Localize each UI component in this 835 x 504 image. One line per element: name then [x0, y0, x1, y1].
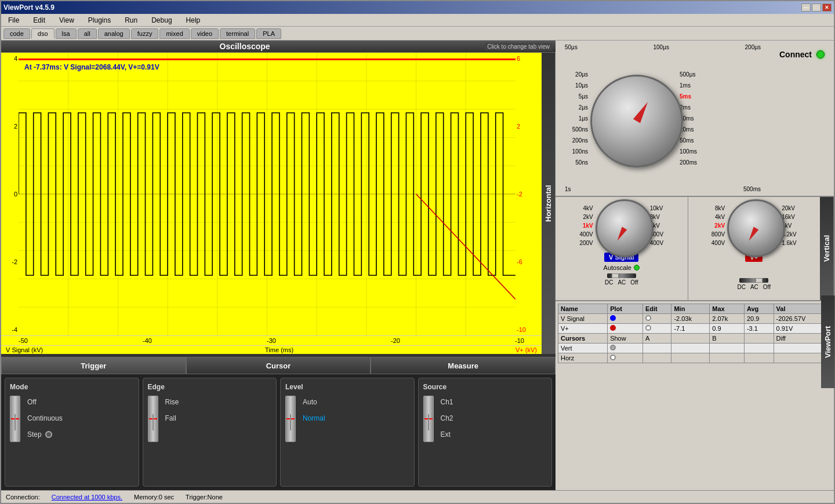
- y-right-6: 6: [517, 55, 540, 62]
- minimize-button[interactable]: —: [801, 3, 811, 12]
- cursors-label: Cursors: [558, 334, 608, 344]
- time-dial-section: 50µs 100µs 200µs 20µs 10µs 5µs 2µs 1µs 5…: [556, 41, 770, 196]
- mode-knob-col: [10, 396, 20, 442]
- menu-file[interactable]: File: [3, 15, 24, 25]
- time-dial-arrow: [633, 100, 651, 123]
- connection-value[interactable]: Connected at 1000 kbps.: [52, 494, 122, 501]
- tab-all[interactable]: all: [78, 28, 97, 39]
- scope-y-right-label: V+ (kV): [515, 346, 537, 353]
- ch2-dial[interactable]: [727, 199, 785, 257]
- mode-off[interactable]: Off: [27, 398, 63, 406]
- row2-min: -7.1: [671, 324, 710, 334]
- row2-edit-dot[interactable]: [645, 325, 651, 331]
- tab-video[interactable]: video: [191, 28, 219, 39]
- edge-rise[interactable]: Rise: [165, 398, 179, 406]
- time-50us: 50µs: [565, 44, 578, 50]
- scope-plot-wrapper: 4 2 0 -2 -4 At -7.37ms:: [1, 53, 542, 354]
- tab-terminal[interactable]: terminal: [220, 28, 255, 39]
- ch2-coupling-bar[interactable]: [739, 278, 768, 283]
- side-label-vertical[interactable]: Vertical: [820, 197, 834, 300]
- tab-mixed[interactable]: mixed: [159, 28, 189, 39]
- tab-code[interactable]: code: [3, 28, 30, 39]
- menu-help[interactable]: Help: [181, 15, 205, 25]
- autoscale-label: Autoscale: [604, 264, 631, 271]
- menu-view[interactable]: View: [55, 15, 79, 25]
- time-200us: 200µs: [745, 44, 761, 50]
- main-content: Oscilloscope Click to change tab view 4 …: [1, 41, 834, 490]
- ch1-dc[interactable]: DC: [605, 279, 613, 286]
- tab-pla[interactable]: PLA: [256, 28, 281, 39]
- time-labels-right: 500µs 1ms 5ms 2ms 10ms 20ms 50ms 100ms 2…: [680, 71, 709, 166]
- source-ext[interactable]: Ext: [441, 430, 453, 439]
- scope-tab-hint[interactable]: Click to change tab view: [485, 43, 552, 50]
- mode-box: Mode Off Continuous: [5, 378, 139, 487]
- horz-dot[interactable]: [610, 355, 616, 360]
- row1-name: V Signal: [558, 314, 608, 324]
- cursors-show[interactable]: Show: [608, 334, 643, 344]
- row1-plot: [608, 314, 643, 324]
- side-label-horizontal[interactable]: Horizontal: [542, 53, 556, 354]
- x-label-n30: -30: [267, 337, 276, 344]
- horz-label: Horz: [558, 353, 608, 363]
- time-dial[interactable]: [590, 75, 683, 167]
- row2-plot: [608, 324, 643, 334]
- menu-run[interactable]: Run: [120, 15, 142, 25]
- window-title: ViewPort v4.5.9: [3, 3, 55, 12]
- ch1-ac[interactable]: AC: [618, 279, 626, 286]
- scope-main-plot[interactable]: At -7.37ms: V Signal=2068.44V, V+=0.91V: [19, 53, 515, 335]
- ch1-coupling-bar[interactable]: [607, 273, 636, 278]
- tab-fuzzy[interactable]: fuzzy: [131, 28, 159, 39]
- ch2-dc[interactable]: DC: [737, 284, 745, 290]
- edge-knob[interactable]: [148, 396, 158, 442]
- level-knob[interactable]: [285, 396, 296, 442]
- scope-y-axis-right: 6 2 -2 -6 -10: [515, 53, 542, 335]
- tab-cursor[interactable]: Cursor: [186, 357, 371, 374]
- mode-step[interactable]: Step: [27, 430, 42, 439]
- ch2-dial-container[interactable]: [727, 199, 779, 251]
- ch1-off[interactable]: Off: [630, 279, 638, 286]
- ch2-off[interactable]: Off: [763, 284, 771, 290]
- time-dial-container[interactable]: [590, 75, 677, 162]
- y-right-n2: -2: [517, 191, 540, 198]
- menu-edit[interactable]: Edit: [28, 15, 50, 25]
- tab-analog[interactable]: analog: [98, 28, 130, 39]
- menu-plugins[interactable]: Plugins: [84, 15, 115, 25]
- mode-labels: Off Continuous Step: [27, 396, 63, 439]
- source-knob[interactable]: [423, 396, 434, 442]
- row1-edit: [642, 314, 671, 324]
- y-left-4: 4: [2, 55, 17, 62]
- title-bar: ViewPort v4.5.9 — □ ✕: [1, 1, 834, 14]
- mode-knob[interactable]: [10, 396, 20, 442]
- ch1-coupling-slider[interactable]: [612, 273, 619, 278]
- level-normal[interactable]: Normal: [303, 414, 325, 422]
- vert-dot[interactable]: [610, 345, 616, 350]
- ch1-coupling-labels: DC AC Off: [605, 279, 638, 286]
- close-button[interactable]: ✕: [822, 3, 832, 12]
- bottom-tab-bar: Trigger Cursor Measure: [1, 357, 556, 374]
- ch1-dial-container[interactable]: [596, 199, 648, 251]
- edge-knob-col: [148, 396, 158, 442]
- scope-x-axis: -50 -40 -30 -20 -10: [1, 335, 542, 345]
- ch1-dial[interactable]: [596, 199, 654, 257]
- y-left-n2: -2: [2, 258, 17, 265]
- source-ch1[interactable]: Ch1: [441, 398, 453, 406]
- menu-debug[interactable]: Debug: [147, 15, 176, 25]
- tab-dso[interactable]: dso: [31, 28, 55, 39]
- maximize-button[interactable]: □: [812, 3, 821, 12]
- mode-step-indicator: [45, 431, 52, 438]
- ch2-coupling-slider[interactable]: [756, 278, 763, 283]
- row2-avg: -3.1: [744, 324, 774, 334]
- side-label-viewport[interactable]: ViewPort: [821, 295, 834, 388]
- mode-continuous[interactable]: Continuous: [27, 414, 63, 422]
- row1-edit-dot[interactable]: [645, 315, 651, 321]
- table-row: V+ -7.1 0.9 -3.1 0.91V: [558, 324, 832, 334]
- level-auto[interactable]: Auto: [303, 398, 325, 406]
- tab-trigger[interactable]: Trigger: [1, 357, 186, 374]
- edge-fall[interactable]: Fall: [165, 414, 179, 422]
- ch2-ac[interactable]: AC: [750, 284, 758, 290]
- row2-plot-dot: [610, 325, 616, 331]
- tab-measure[interactable]: Measure: [371, 357, 556, 374]
- autoscale-led: [634, 265, 640, 271]
- source-ch2[interactable]: Ch2: [441, 414, 453, 422]
- tab-lsa[interactable]: lsa: [56, 28, 77, 39]
